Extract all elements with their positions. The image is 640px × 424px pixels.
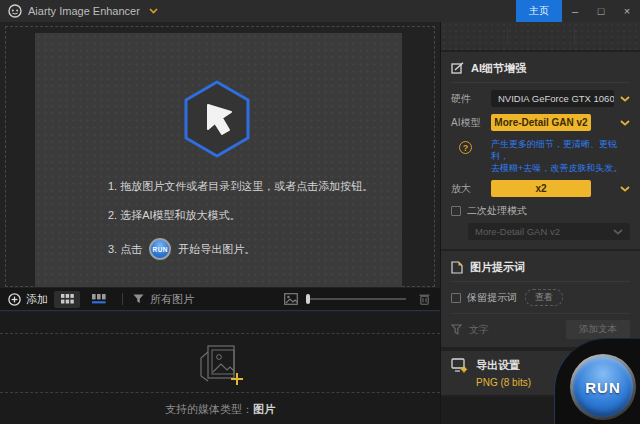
filmstrip-row[interactable]: [0, 333, 440, 393]
secondary-mode-label: 二次处理模式: [467, 204, 527, 218]
step-3-suffix: 开始导出图片。: [178, 242, 255, 257]
help-icon[interactable]: ?: [459, 141, 472, 154]
hardware-row: 硬件 NVIDIA GeForce GTX 1060 3GB: [451, 90, 630, 107]
app-logo-icon: [8, 4, 22, 18]
model-row: AI模型 More-Detail GAN v2: [451, 114, 630, 131]
image-filter-dropdown[interactable]: 所有图片: [133, 292, 194, 307]
model-chevron-down-icon[interactable]: [614, 120, 630, 126]
run-button-face: RUN: [573, 357, 633, 417]
filmstrip-view-icon: [92, 294, 106, 304]
thumbnail-size-icon: [284, 293, 298, 305]
secondary-model-row: More-Detail GAN v2: [451, 223, 630, 240]
app-window: Aiarty Image Enhancer 主页 – □ × 1. 拖放图片文件…: [0, 0, 640, 424]
main-area: 1. 拖放图片文件或者目录到这里，或者点击添加按钮。 2. 选择AI模型和放大模…: [0, 22, 440, 424]
ai-section-header: AI细节增强: [451, 58, 630, 83]
add-button[interactable]: 添加: [8, 292, 48, 307]
circle-plus-icon: [8, 293, 21, 306]
ai-enhance-section: AI细节增强 硬件 NVIDIA GeForce GTX 1060 3GB AI…: [441, 52, 640, 249]
add-button-label: 添加: [26, 292, 48, 307]
supported-prefix: 支持的媒体类型：: [165, 403, 253, 415]
model-select[interactable]: More-Detail GAN v2: [491, 114, 591, 131]
model-description-line1: 产生更多的细节，更清晰、更锐利，: [491, 138, 630, 162]
maximize-button[interactable]: □: [588, 0, 614, 22]
text-label: 文字: [469, 323, 489, 337]
hardware-chevron-down-icon[interactable]: [614, 96, 630, 102]
run-badge-icon: RUN: [149, 238, 171, 260]
title-chevron-down-icon[interactable]: [149, 8, 158, 14]
step-3-prefix: 3. 点击: [108, 242, 142, 257]
instruction-steps: 1. 拖放图片文件或者目录到这里，或者点击添加按钮。 2. 选择AI模型和放大模…: [108, 180, 373, 260]
app-title: Aiarty Image Enhancer: [28, 5, 140, 17]
step-2: 2. 选择AI模型和放大模式。: [108, 209, 373, 221]
step-1: 1. 拖放图片文件或者目录到这里，或者点击添加按钮。: [108, 180, 373, 192]
export-format: PNG (8 bits): [476, 377, 531, 388]
secondary-chevron-down-icon: [613, 229, 623, 235]
text-filter-icon: [451, 324, 462, 335]
secondary-mode-row: 二次处理模式: [451, 204, 630, 218]
model-description-line2: 去模糊+去噪，改善皮肤和头发。: [491, 162, 630, 174]
close-button[interactable]: ×: [614, 0, 640, 22]
keep-prompt-checkbox[interactable]: [451, 293, 461, 303]
filmstrip-area: 支持的媒体类型：图片: [0, 312, 440, 424]
run-button[interactable]: RUN: [570, 354, 636, 420]
preview-placeholder: [441, 22, 640, 50]
toolbar-separator: [122, 293, 123, 305]
minimize-button[interactable]: –: [562, 0, 588, 22]
ai-enhance-icon: [451, 62, 464, 75]
scale-row: 放大 x2: [451, 180, 630, 197]
filmstrip-view-button[interactable]: [86, 291, 112, 308]
step-3: 3. 点击 RUN 开始导出图片。: [108, 238, 373, 260]
run-button-label: RUN: [585, 379, 621, 396]
scale-chevron-down-icon[interactable]: [614, 186, 630, 192]
filter-label: 所有图片: [150, 292, 194, 307]
keep-prompt-label: 保留提示词: [467, 291, 517, 305]
text-row: 文字 添加文本: [451, 313, 630, 339]
secondary-mode-checkbox[interactable]: [451, 206, 461, 216]
bottom-toolbar: 添加 所有图片: [0, 288, 440, 311]
thumbnail-size-slider[interactable]: [306, 298, 406, 300]
supported-media-note: 支持的媒体类型：图片: [0, 402, 440, 417]
secondary-model-select: More-Detail GAN v2: [468, 223, 630, 240]
prompt-section-header: 图片提示词: [451, 257, 630, 282]
prompt-section: 图片提示词 保留提示词 查看 文字 添加文本: [441, 251, 640, 347]
preview-divider: [507, 28, 508, 44]
add-text-button[interactable]: 添加文本: [566, 320, 630, 339]
slider-handle[interactable]: [306, 294, 310, 304]
titlebar: Aiarty Image Enhancer 主页 – □ ×: [0, 0, 640, 22]
hexagon-cursor-logo-icon: [181, 79, 253, 159]
grid-view-icon: [61, 294, 74, 304]
grid-view-button[interactable]: [54, 291, 80, 308]
preview-divider: [574, 28, 575, 44]
model-label: AI模型: [451, 116, 491, 130]
scale-select[interactable]: x2: [491, 180, 591, 197]
export-titles: 导出设置 PNG (8 bits): [476, 358, 531, 388]
model-description: 产生更多的细节，更清晰、更锐利， 去模糊+去噪，改善皮肤和头发。: [491, 138, 630, 174]
filter-icon: [133, 294, 144, 304]
prompt-file-icon: [451, 261, 463, 274]
export-title: 导出设置: [476, 358, 531, 373]
dropzone[interactable]: 1. 拖放图片文件或者目录到这里，或者点击添加按钮。 2. 选择AI模型和放大模…: [35, 33, 402, 287]
trash-icon: [419, 293, 430, 305]
keep-prompt-row: 保留提示词 查看: [451, 289, 630, 306]
add-images-placeholder-icon: [194, 340, 246, 386]
delete-button[interactable]: [419, 293, 430, 305]
scale-label: 放大: [451, 182, 491, 196]
prompt-section-title: 图片提示词: [470, 260, 525, 275]
export-settings-icon: [451, 358, 468, 373]
supported-value: 图片: [253, 403, 275, 415]
secondary-model-value: More-Detail GAN v2: [475, 223, 613, 240]
ai-section-title: AI细节增强: [471, 61, 526, 76]
home-button[interactable]: 主页: [516, 0, 562, 22]
model-description-row: ? 产生更多的细节，更清晰、更锐利， 去模糊+去噪，改善皮肤和头发。: [451, 138, 630, 174]
hardware-select[interactable]: NVIDIA GeForce GTX 1060 3GB: [491, 90, 614, 107]
drop-canvas: 1. 拖放图片文件或者目录到这里，或者点击添加按钮。 2. 选择AI模型和放大模…: [0, 22, 440, 288]
hardware-label: 硬件: [451, 92, 491, 106]
view-prompt-badge[interactable]: 查看: [525, 289, 563, 306]
